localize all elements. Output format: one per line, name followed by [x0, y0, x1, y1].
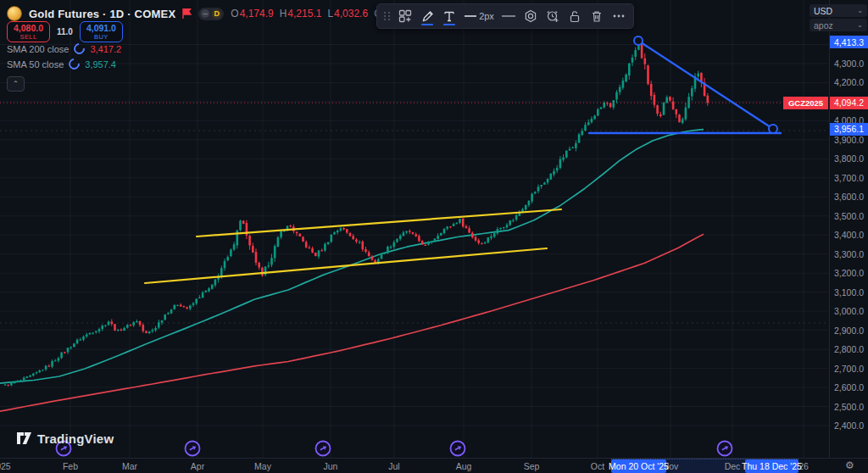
- price-tick-label: 2,700.0: [834, 364, 864, 374]
- price-tick-label: 2,900.0: [834, 326, 864, 336]
- indicator-row-sma200[interactable]: SMA 200 close 3,417.2: [7, 43, 121, 54]
- price-axis-label: 4,094.2: [830, 97, 868, 109]
- minus-badge: –: [201, 9, 209, 18]
- contract-rollover-icon[interactable]: [316, 442, 331, 456]
- anchor-date-label: Thu 18 Dec '25: [745, 459, 798, 473]
- currency-dropdown[interactable]: USD ⌄: [810, 4, 867, 17]
- tradingview-app: 4,300.04,200.04,000.03,900.03,800.03,700…: [0, 0, 868, 473]
- add-layout-icon[interactable]: [396, 6, 415, 26]
- time-tick-label: Feb: [63, 461, 78, 471]
- symbol-title[interactable]: Gold Futures · 1D · COMEX: [29, 8, 175, 20]
- price-axis-label: 3,956.1: [830, 123, 868, 136]
- price-tick-label: 3,100.0: [834, 287, 864, 298]
- time-scale[interactable]: 2025FebMarAprMayJunJulAugSepOctNovDec26M…: [0, 458, 868, 473]
- settings-icon[interactable]: [521, 6, 540, 26]
- price-tick-label: 2,600.0: [834, 382, 864, 392]
- more-options-icon[interactable]: [609, 6, 628, 26]
- line-width-selector[interactable]: 2px: [462, 6, 496, 26]
- lock-icon[interactable]: [565, 6, 584, 26]
- price-tick-label: 4,300.0: [834, 58, 864, 69]
- add-alert-icon[interactable]: [543, 6, 562, 26]
- spread-value: 11.0: [57, 27, 73, 36]
- time-tick-label: Oct: [591, 461, 604, 471]
- price-scale[interactable]: 4,300.04,200.04,000.03,900.03,800.03,700…: [829, 0, 868, 458]
- price-axis-label: 4,413.3: [830, 36, 868, 48]
- time-tick-label: Jul: [388, 461, 399, 471]
- drawing-anchor-handle[interactable]: [769, 125, 777, 133]
- indicator-row-sma50[interactable]: SMA 50 close 3,957.4: [7, 58, 121, 70]
- price-tick-label: 2,500.0: [834, 402, 864, 412]
- unit-dropdown[interactable]: apoz ⌄: [810, 19, 867, 31]
- collapse-legend-button[interactable]: ⌃: [7, 76, 25, 92]
- drawing-anchor-handle[interactable]: [634, 36, 643, 45]
- time-tick-label: 2025: [0, 461, 11, 471]
- indicator-loading-icon: [67, 56, 82, 71]
- chevron-down-icon: ⌄: [857, 21, 863, 29]
- price-tick-label: 3,300.0: [834, 249, 864, 259]
- contract-price-tag: GCZ2025: [783, 97, 828, 109]
- time-tick-label: May: [254, 461, 271, 471]
- price-tick-label: 3,900.0: [834, 135, 864, 145]
- candlestick-chart[interactable]: [0, 0, 829, 458]
- channel-lower-line[interactable]: [145, 248, 547, 283]
- price-tick-label: 3,600.0: [834, 192, 864, 202]
- line-style-selector[interactable]: [499, 6, 518, 26]
- price-tick-label: 3,500.0: [834, 211, 864, 221]
- sell-button[interactable]: 4,080.0 SELL: [7, 21, 50, 42]
- sma50-value: 3,957.4: [85, 59, 116, 70]
- price-tick-label: 3,800.0: [834, 153, 864, 164]
- scale-settings-gear-icon[interactable]: ⚙: [845, 459, 854, 471]
- time-tick-label: Apr: [191, 461, 204, 471]
- time-tick-label: Aug: [456, 461, 472, 471]
- chevron-down-icon: ⌄: [857, 7, 863, 14]
- text-tool-icon[interactable]: [440, 6, 459, 26]
- drag-handle-icon[interactable]: [382, 6, 392, 26]
- contract-rollover-icon[interactable]: [186, 442, 200, 456]
- tradingview-logo[interactable]: TradingView: [17, 431, 114, 446]
- time-tick-label: Dec: [725, 461, 741, 471]
- price-tick-label: 2,400.0: [834, 420, 864, 431]
- time-tick-label: Sep: [524, 461, 540, 471]
- interval-pill[interactable]: – D: [198, 8, 224, 20]
- trash-icon[interactable]: [587, 6, 606, 26]
- pencil-tool-icon[interactable]: [418, 6, 437, 26]
- time-tick-label: Jun: [324, 461, 338, 471]
- buy-button[interactable]: 4,091.0 BUY: [80, 21, 123, 42]
- symbol-logo: [7, 6, 22, 21]
- price-tick-label: 4,200.0: [834, 77, 864, 87]
- channel-upper-line[interactable]: [197, 209, 561, 236]
- price-tick-label: 3,700.0: [834, 173, 864, 183]
- candle-series: [4, 42, 709, 387]
- indicator-loading-icon: [72, 41, 87, 56]
- triangle-resistance-line[interactable]: [638, 41, 773, 129]
- anchor-date-label: Mon 20 Oct '25: [611, 459, 666, 473]
- sma200-value: 3,417.2: [90, 44, 121, 54]
- daily-interval-badge: D: [212, 9, 221, 19]
- time-tick-label: Mar: [122, 461, 137, 471]
- contract-rollover-icon[interactable]: [451, 442, 465, 456]
- price-tick-label: 3,200.0: [834, 268, 864, 278]
- price-tick-label: 2,800.0: [834, 344, 864, 354]
- flag-icon[interactable]: [182, 8, 192, 19]
- price-tick-label: 3,000.0: [834, 306, 864, 316]
- drawing-toolbar: 2px: [376, 3, 634, 29]
- price-tick-label: 3,400.0: [834, 230, 864, 240]
- contract-rollover-icon[interactable]: [718, 442, 732, 456]
